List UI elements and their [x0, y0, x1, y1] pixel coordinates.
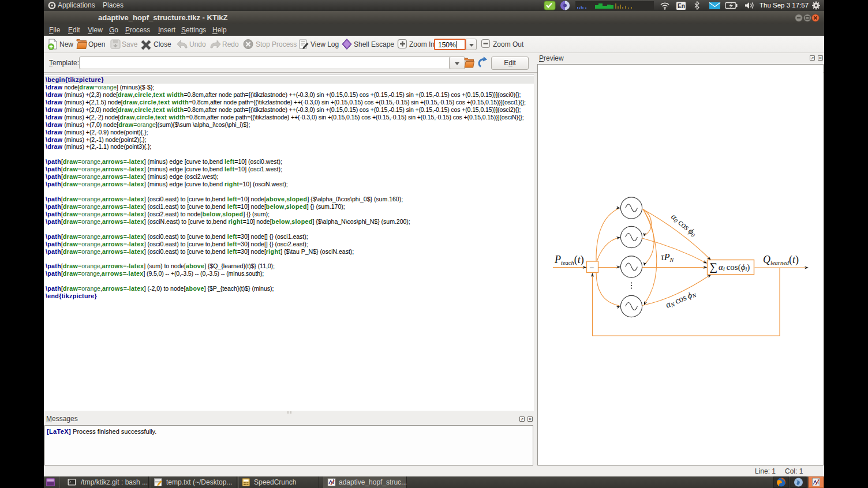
svg-text:En: En	[678, 3, 685, 9]
svg-text:−: −	[589, 263, 594, 272]
svg-text:α0 cos ϕ0: α0 cos ϕ0	[669, 212, 698, 238]
svg-text:∑: ∑	[710, 261, 718, 273]
svg-text:Qlearned(t): Qlearned(t)	[763, 254, 799, 266]
svg-text:Pteach(t): Pteach(t)	[554, 254, 584, 266]
svg-text:τPN: τPN	[661, 252, 675, 263]
